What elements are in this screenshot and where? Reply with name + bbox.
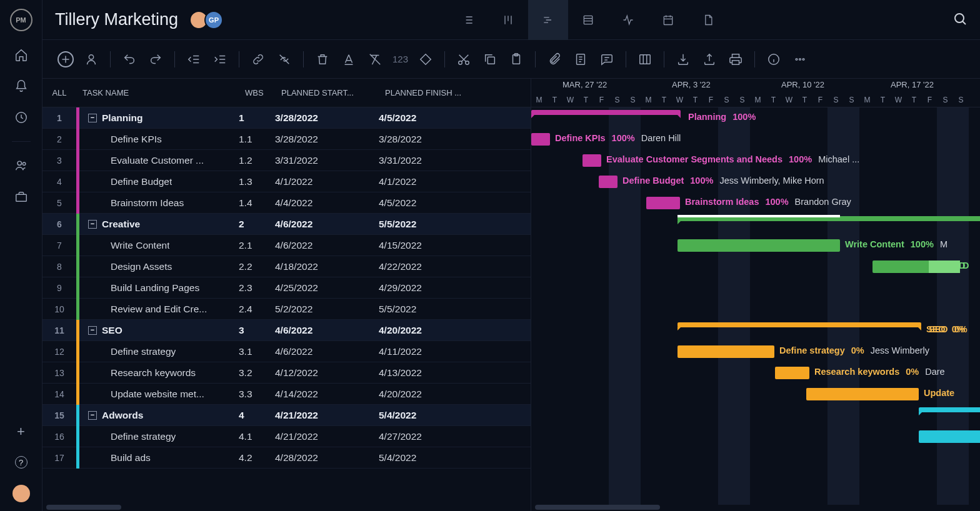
gantt-body[interactable]: Planning100%Define KPIs100%Daren HillEva… xyxy=(531,107,980,505)
task-row[interactable]: 3Evaluate Customer ...1.23/31/20223/31/2… xyxy=(42,150,531,171)
briefcase-icon[interactable] xyxy=(14,189,29,204)
collapse-icon[interactable]: − xyxy=(88,220,97,229)
print-icon[interactable] xyxy=(727,51,744,68)
task-row[interactable]: 8Design Assets2.24/18/20224/22/2022 xyxy=(42,256,531,277)
gantt-row[interactable]: Write Content100%M xyxy=(531,235,980,256)
col-start[interactable]: PLANNED START... xyxy=(275,88,379,97)
gantt-row[interactable]: Research keywords0%Dare xyxy=(531,362,980,384)
calendar-view-icon[interactable] xyxy=(648,0,688,40)
task-row[interactable]: 14Update website met...3.34/14/20224/20/… xyxy=(42,384,531,405)
task-row[interactable]: 7Write Content2.14/6/20224/15/2022 xyxy=(42,235,531,256)
gantt-row[interactable] xyxy=(531,277,980,299)
diamond-icon[interactable] xyxy=(417,51,434,68)
gantt-view-icon[interactable] xyxy=(528,0,568,40)
gantt-bar[interactable] xyxy=(919,430,980,443)
h-scrollbar-gantt[interactable] xyxy=(531,505,980,511)
task-row[interactable]: 12Define strategy3.14/6/20224/11/2022 xyxy=(42,341,531,362)
gantt-row[interactable]: Define KPIs100%Daren Hill xyxy=(531,129,980,150)
gantt-bar[interactable] xyxy=(646,197,680,209)
collapse-icon[interactable]: − xyxy=(88,326,97,335)
gantt-bar[interactable] xyxy=(582,154,601,167)
user-avatar[interactable] xyxy=(12,485,30,502)
gantt-row[interactable] xyxy=(531,214,980,235)
paste-icon[interactable] xyxy=(508,51,525,68)
files-view-icon[interactable] xyxy=(688,0,728,40)
bell-icon[interactable] xyxy=(14,79,29,94)
export-icon[interactable] xyxy=(701,51,718,68)
gantt-row[interactable]: DD xyxy=(531,256,980,277)
gantt-row[interactable]: Brainstorm Ideas100%Brandon Gray xyxy=(531,192,980,214)
col-finish[interactable]: PLANNED FINISH ... xyxy=(379,88,531,97)
copy-icon[interactable] xyxy=(481,51,499,68)
gantt-bar[interactable] xyxy=(531,133,550,146)
gantt-bar[interactable] xyxy=(678,322,921,327)
unlink-icon[interactable] xyxy=(276,51,293,68)
attachment-icon[interactable] xyxy=(546,51,563,68)
task-row[interactable]: 6−Creative24/6/20225/5/2022 xyxy=(42,214,531,235)
cut-icon[interactable] xyxy=(455,51,472,68)
board-view-icon[interactable] xyxy=(488,0,528,40)
gantt-row[interactable] xyxy=(531,426,980,447)
gantt-row[interactable] xyxy=(531,405,980,426)
columns-icon[interactable] xyxy=(636,51,654,68)
clear-format-icon[interactable] xyxy=(366,51,384,68)
gantt-bar[interactable] xyxy=(806,388,919,400)
gantt-row[interactable]: Update xyxy=(531,384,980,405)
outdent-icon[interactable] xyxy=(185,51,202,68)
gantt-bar[interactable] xyxy=(678,239,840,252)
people-icon[interactable] xyxy=(14,158,29,173)
list-view-icon[interactable] xyxy=(448,0,488,40)
gantt-row[interactable]: Define strategy0%Jess Wimberly xyxy=(531,341,980,362)
notes-icon[interactable] xyxy=(572,51,589,68)
comment-icon[interactable] xyxy=(598,51,616,68)
redo-icon[interactable] xyxy=(147,51,164,68)
task-row[interactable]: 2Define KPIs1.13/28/20223/28/2022 xyxy=(42,129,531,150)
info-icon[interactable] xyxy=(765,51,782,68)
import-icon[interactable] xyxy=(674,51,692,68)
more-icon[interactable] xyxy=(791,51,809,68)
task-row[interactable]: 16Define strategy4.14/21/20224/27/2022 xyxy=(42,426,531,447)
text-format-icon[interactable] xyxy=(340,51,358,68)
col-name[interactable]: TASK NAME xyxy=(76,88,239,97)
gantt-bar[interactable] xyxy=(599,176,618,188)
clock-icon[interactable] xyxy=(14,110,29,125)
task-row[interactable]: 15−Adwords44/21/20225/4/2022 xyxy=(42,405,531,426)
help-icon[interactable]: ? xyxy=(15,456,28,469)
task-row[interactable]: 17Build ads4.24/28/20225/4/2022 xyxy=(42,447,531,469)
app-logo[interactable]: PM xyxy=(10,9,32,31)
sheet-view-icon[interactable] xyxy=(568,0,608,40)
gantt-row[interactable]: Evaluate Customer Segments and Needs100%… xyxy=(531,150,980,171)
gantt-row[interactable] xyxy=(531,447,980,469)
gantt-bar[interactable] xyxy=(678,345,774,358)
task-row[interactable]: 10Review and Edit Cre...2.45/2/20225/5/2… xyxy=(42,299,531,320)
task-row[interactable]: 4Define Budget1.34/1/20224/1/2022 xyxy=(42,171,531,192)
undo-icon[interactable] xyxy=(121,51,138,68)
gantt-bar[interactable] xyxy=(919,407,980,412)
home-icon[interactable] xyxy=(14,47,29,62)
trash-icon[interactable] xyxy=(314,51,331,68)
col-wbs[interactable]: WBS xyxy=(239,88,275,97)
gantt-bar[interactable] xyxy=(531,110,681,115)
gantt-bar[interactable] xyxy=(775,367,809,379)
task-row[interactable]: 1−Planning13/28/20224/5/2022 xyxy=(42,107,531,129)
assign-icon[interactable] xyxy=(82,51,100,68)
col-all[interactable]: ALL xyxy=(42,88,76,97)
task-row[interactable]: 9Build Landing Pages2.34/25/20224/29/202… xyxy=(42,277,531,299)
gantt-row[interactable]: Define Budget100%Jess Wimberly, Mike Hor… xyxy=(531,171,980,192)
add-task-button[interactable] xyxy=(58,51,74,67)
collapse-icon[interactable]: − xyxy=(88,411,97,420)
task-row[interactable]: 11−SEO34/6/20224/20/2022 xyxy=(42,320,531,341)
gantt-row[interactable]: SEO0%SEO0% xyxy=(531,320,980,341)
indent-icon[interactable] xyxy=(211,51,229,68)
gantt-row[interactable]: Planning100% xyxy=(531,107,980,129)
add-icon[interactable]: + xyxy=(17,424,25,440)
avatar[interactable]: GP xyxy=(204,11,223,29)
collapse-icon[interactable]: − xyxy=(88,114,97,122)
member-avatars[interactable]: GP xyxy=(189,11,223,29)
h-scrollbar[interactable] xyxy=(42,505,531,511)
gantt-row[interactable] xyxy=(531,299,980,320)
search-icon[interactable] xyxy=(952,11,968,28)
activity-view-icon[interactable] xyxy=(608,0,648,40)
task-row[interactable]: 5Brainstorm Ideas1.44/4/20224/5/2022 xyxy=(42,192,531,214)
task-row[interactable]: 13Research keywords3.24/12/20224/13/2022 xyxy=(42,362,531,384)
